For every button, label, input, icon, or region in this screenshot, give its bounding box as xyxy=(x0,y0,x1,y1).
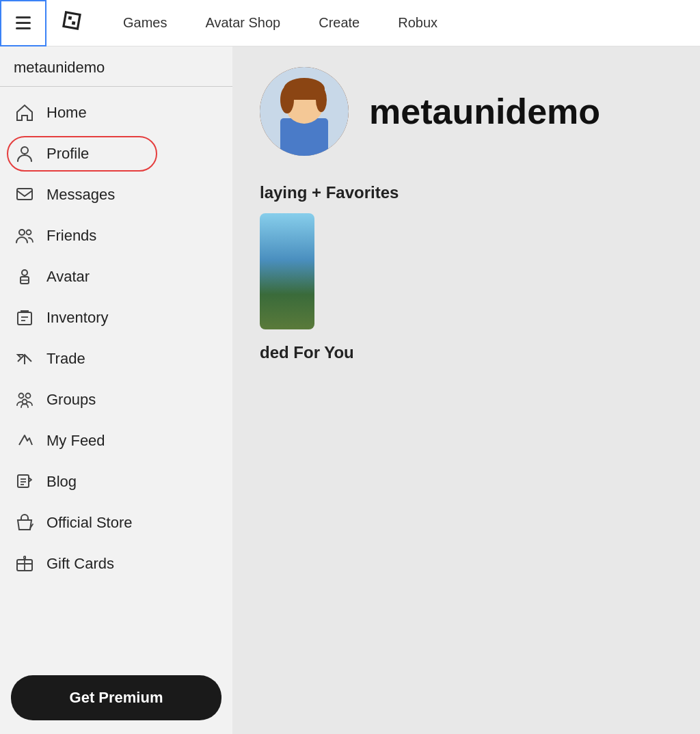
sidebar-item-label-profile: Profile xyxy=(46,145,89,163)
sidebar-item-label-home: Home xyxy=(46,104,87,122)
svg-rect-31 xyxy=(284,86,325,100)
messages-icon xyxy=(14,184,36,206)
svg-point-16 xyxy=(26,394,31,398)
friends-icon xyxy=(14,225,36,247)
groups-icon xyxy=(14,389,36,411)
svg-rect-1 xyxy=(65,13,79,27)
svg-point-8 xyxy=(22,270,27,275)
sidebar-item-label-messages: Messages xyxy=(46,186,115,204)
profile-header: metaunidemo xyxy=(232,46,700,176)
playing-favorites-title: laying + Favorites xyxy=(232,176,700,213)
avatar-icon xyxy=(14,266,36,288)
sidebar-item-trade[interactable]: Trade xyxy=(0,338,232,379)
blog-icon xyxy=(14,471,36,493)
section-label-partial: laying + Favorites xyxy=(260,183,399,202)
sidebar-item-friends[interactable]: Friends xyxy=(0,215,232,256)
svg-rect-5 xyxy=(17,189,32,200)
nav-avatar-shop[interactable]: Avatar Shop xyxy=(186,0,299,46)
sidebar-username: metaunidemo xyxy=(0,46,232,87)
sidebar-item-label-blog: Blog xyxy=(46,473,77,491)
svg-rect-26 xyxy=(280,118,328,156)
sidebar-item-label-groups: Groups xyxy=(46,391,96,409)
svg-point-6 xyxy=(19,230,25,235)
sidebar-item-label-avatar: Avatar xyxy=(46,268,90,286)
store-icon xyxy=(14,512,36,534)
sidebar-item-messages[interactable]: Messages xyxy=(0,174,232,215)
sidebar-item-gift-cards[interactable]: Gift Cards xyxy=(0,543,232,584)
get-premium-button[interactable]: Get Premium xyxy=(11,675,221,720)
sidebar-item-label-my-feed: My Feed xyxy=(46,432,105,450)
nav-games[interactable]: Games xyxy=(104,0,186,46)
sidebar-item-label-official-store: Official Store xyxy=(46,514,133,532)
svg-rect-2 xyxy=(68,16,72,20)
sidebar-nav: Home Profile Messages xyxy=(0,87,232,667)
sidebar-item-avatar[interactable]: Avatar xyxy=(0,256,232,297)
inventory-icon xyxy=(14,307,36,329)
profile-username: metaunidemo xyxy=(369,91,600,132)
main-content: metaunidemo laying + Favorites ded For Y… xyxy=(232,46,700,734)
profile-icon xyxy=(14,143,36,165)
giftcards-icon xyxy=(14,553,36,575)
sidebar-item-label-inventory: Inventory xyxy=(46,309,109,327)
svg-point-15 xyxy=(19,394,24,398)
svg-point-4 xyxy=(21,147,28,154)
trade-icon xyxy=(14,348,36,370)
game-thumbnail[interactable] xyxy=(260,213,314,329)
svg-point-7 xyxy=(27,230,31,235)
svg-rect-11 xyxy=(18,312,31,325)
menu-button[interactable] xyxy=(0,0,46,46)
svg-rect-3 xyxy=(72,21,76,25)
sidebar-item-label-friends: Friends xyxy=(46,227,96,245)
nav-links: Games Avatar Shop Create Robux xyxy=(104,0,457,46)
avatar xyxy=(260,67,349,156)
sidebar-item-blog[interactable]: Blog xyxy=(0,461,232,502)
sidebar-item-label-trade: Trade xyxy=(46,350,85,368)
sidebar-item-home[interactable]: Home xyxy=(0,92,232,133)
nav-create[interactable]: Create xyxy=(299,0,379,46)
sidebar-item-inventory[interactable]: Inventory xyxy=(0,297,232,338)
sidebar-item-my-feed[interactable]: My Feed xyxy=(0,420,232,461)
roblox-logo[interactable] xyxy=(55,6,89,40)
sidebar-item-label-gift-cards: Gift Cards xyxy=(46,555,114,573)
hamburger-icon xyxy=(16,16,31,29)
sidebar-item-official-store[interactable]: Official Store xyxy=(0,502,232,543)
recommended-title: ded For You xyxy=(232,329,700,369)
sidebar: metaunidemo Home Profile xyxy=(0,46,232,734)
sidebar-item-groups[interactable]: Groups xyxy=(0,379,232,420)
topbar: Games Avatar Shop Create Robux xyxy=(0,0,700,46)
nav-robux[interactable]: Robux xyxy=(379,0,457,46)
sidebar-item-profile[interactable]: Profile xyxy=(0,133,232,174)
home-icon xyxy=(14,102,36,124)
feed-icon xyxy=(14,430,36,452)
svg-rect-18 xyxy=(18,475,29,487)
recommended-label-partial: ded For You xyxy=(260,343,354,362)
game-thumbnail-image xyxy=(260,213,314,329)
